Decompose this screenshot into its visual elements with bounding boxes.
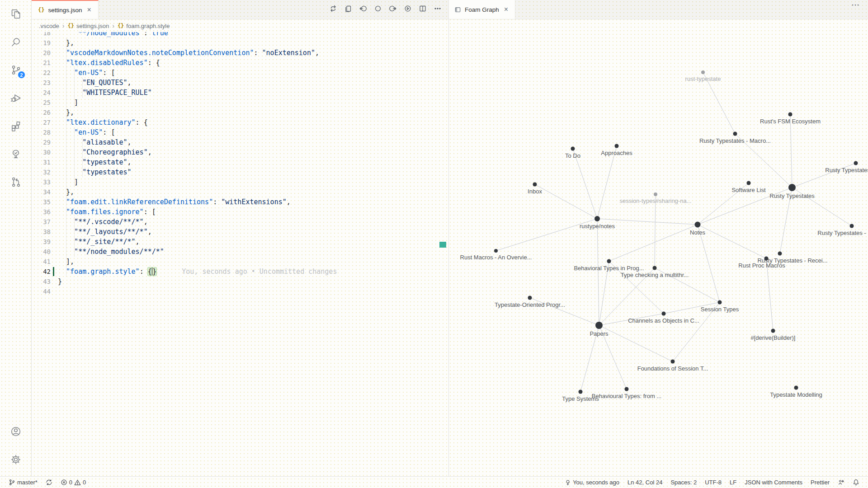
graph-node[interactable] xyxy=(595,322,603,329)
code-line[interactable]: 38 "**/_layouts/**/*", xyxy=(32,227,448,237)
graph-node[interactable] xyxy=(794,386,798,390)
graph-node[interactable] xyxy=(747,181,751,185)
status-eol[interactable]: LF xyxy=(726,477,741,488)
editor-action-compare-changes[interactable] xyxy=(330,5,337,14)
graph-node[interactable] xyxy=(625,387,629,391)
graph-node[interactable] xyxy=(788,113,793,117)
editor-action-more-actions[interactable] xyxy=(434,5,441,14)
editor-action-split-editor[interactable] xyxy=(419,5,426,14)
graph-node[interactable] xyxy=(579,390,583,394)
code-line[interactable]: 40 "**/node_modules/**/*" xyxy=(32,247,448,257)
status-indentation[interactable]: Spaces: 2 xyxy=(666,477,701,488)
overview-ruler-marker[interactable] xyxy=(439,242,446,248)
graph-node[interactable] xyxy=(701,70,705,74)
activity-item-tree-view[interactable] xyxy=(0,140,31,168)
code-line[interactable]: 44 xyxy=(32,286,448,296)
activity-item-search[interactable] xyxy=(0,28,31,56)
code-line[interactable]: 33 ] xyxy=(32,177,448,187)
code-line[interactable]: 23 "EN_QUOTES", xyxy=(32,78,448,88)
activity-item-extensions[interactable] xyxy=(0,112,31,140)
code-line[interactable]: 18 "**/node_modules": true xyxy=(32,32,448,38)
graph-node[interactable] xyxy=(778,252,782,256)
graph-node[interactable] xyxy=(528,296,532,300)
editor-action-open-preview[interactable] xyxy=(344,5,352,14)
code-line[interactable]: 28 "en-US": [ xyxy=(32,127,448,137)
graph-node[interactable] xyxy=(718,300,722,305)
status-text: Prettier xyxy=(811,479,830,486)
graph-node[interactable] xyxy=(771,329,775,333)
graph-node[interactable] xyxy=(764,257,769,261)
code-line[interactable]: 42 "foam.graph.style": {}You, seconds ag… xyxy=(32,267,448,277)
activity-item-explorer[interactable] xyxy=(0,0,31,28)
code-line[interactable]: 29 "aliasable", xyxy=(32,137,448,147)
activity-item-source-control[interactable]: 2 xyxy=(0,56,31,84)
more-actions-icon[interactable]: ⋯ xyxy=(851,0,868,19)
graph-node[interactable] xyxy=(854,161,858,165)
editor-action-open-changes[interactable] xyxy=(404,5,411,14)
code-line[interactable]: 19 }, xyxy=(32,38,448,48)
code-line[interactable]: 41 ], xyxy=(32,257,448,267)
code-line[interactable]: 21 "ltex.disabledRules": { xyxy=(32,58,448,68)
foam-graph-svg[interactable]: rust-typestateRust's FSM EcosystemRusty … xyxy=(449,19,868,476)
graph-node[interactable] xyxy=(850,224,854,228)
activity-item-accounts[interactable] xyxy=(0,418,31,446)
graph-node[interactable] xyxy=(571,147,575,151)
breadcrumb-item[interactable]: {}settings.json xyxy=(67,23,109,29)
code-line[interactable]: 35 "foam.edit.linkReferenceDefinitions":… xyxy=(32,197,448,207)
graph-node[interactable] xyxy=(788,184,796,191)
activity-item-run-debug[interactable] xyxy=(0,84,31,112)
code-line[interactable]: 22 "en-US": [ xyxy=(32,68,448,78)
graph-node[interactable] xyxy=(615,144,619,148)
close-panel-icon[interactable]: × xyxy=(503,5,509,14)
graph-node-label: Rust's FSM Ecosystem xyxy=(760,118,821,125)
status-feedback[interactable] xyxy=(834,477,849,488)
status-encoding[interactable]: UTF-8 xyxy=(701,477,726,488)
code-line[interactable]: 27 "ltex.dictionary": { xyxy=(32,117,448,127)
code-line[interactable]: 36 "foam.files.ignore": [ xyxy=(32,207,448,217)
status-language-mode[interactable]: JSON with Comments xyxy=(741,477,807,488)
graph-node[interactable] xyxy=(671,360,675,364)
code-line[interactable]: 43} xyxy=(32,277,448,286)
code-editor[interactable]: 18 "**/node_modules": true19 },20 "vscod… xyxy=(32,32,448,476)
code-line[interactable]: 32 "typestates" xyxy=(32,167,448,177)
editor-action-next-change[interactable] xyxy=(389,5,396,14)
status-blame[interactable]: You, seconds ago xyxy=(561,477,623,488)
editor-action-change-indicator[interactable] xyxy=(374,5,382,14)
status-cursor-position[interactable]: Ln 42, Col 24 xyxy=(623,477,666,488)
graph-node[interactable] xyxy=(695,222,701,228)
code-line[interactable]: 30 "Choreographies", xyxy=(32,147,448,157)
status-branch[interactable]: master* xyxy=(5,477,42,488)
editor-action-previous-change[interactable] xyxy=(359,5,367,14)
code-line[interactable]: 26 }, xyxy=(32,108,448,117)
graph-node[interactable] xyxy=(653,266,657,270)
status-formatter[interactable]: Prettier xyxy=(807,477,834,488)
line-number: 41 xyxy=(32,257,51,267)
tab-settings-json[interactable]: {} settings.json × xyxy=(32,0,99,19)
code-line[interactable]: 25 ] xyxy=(32,98,448,108)
code-line[interactable]: 39 "**/_site/**/*", xyxy=(32,237,448,247)
breadcrumb-label: settings.json xyxy=(76,23,109,29)
code-line[interactable]: 24 "WHITESPACE_RULE" xyxy=(32,88,448,98)
graph-node[interactable] xyxy=(662,312,666,316)
code-line[interactable]: 20 "vscodeMarkdownNotes.noteCompletionCo… xyxy=(32,48,448,58)
graph-canvas[interactable]: rust-typestateRust's FSM EcosystemRusty … xyxy=(449,19,868,476)
activity-item-manage-settings[interactable] xyxy=(0,446,31,474)
token: , xyxy=(315,49,319,57)
close-tab-icon[interactable]: × xyxy=(86,6,93,14)
activity-item-git-compare-view[interactable] xyxy=(0,168,31,196)
status-sync[interactable] xyxy=(42,477,57,488)
code-line[interactable]: 37 "**/.vscode/**/*", xyxy=(32,217,448,227)
breadcrumb-item[interactable]: {}foam.graph.style xyxy=(118,23,170,29)
status-problems[interactable]: 00 xyxy=(57,477,90,488)
code-line[interactable]: 34 }, xyxy=(32,187,448,197)
graph-node[interactable] xyxy=(594,216,600,221)
breadcrumb-item[interactable]: .vscode xyxy=(39,23,59,29)
graph-node[interactable] xyxy=(533,183,537,187)
graph-node[interactable] xyxy=(607,259,611,263)
tab-foam-graph[interactable]: Foam Graph × xyxy=(449,0,515,19)
graph-node[interactable] xyxy=(733,132,737,136)
graph-node[interactable] xyxy=(654,192,657,196)
code-line[interactable]: 31 "typestate", xyxy=(32,157,448,167)
status-notifications[interactable] xyxy=(849,477,863,488)
graph-node[interactable] xyxy=(494,249,498,253)
